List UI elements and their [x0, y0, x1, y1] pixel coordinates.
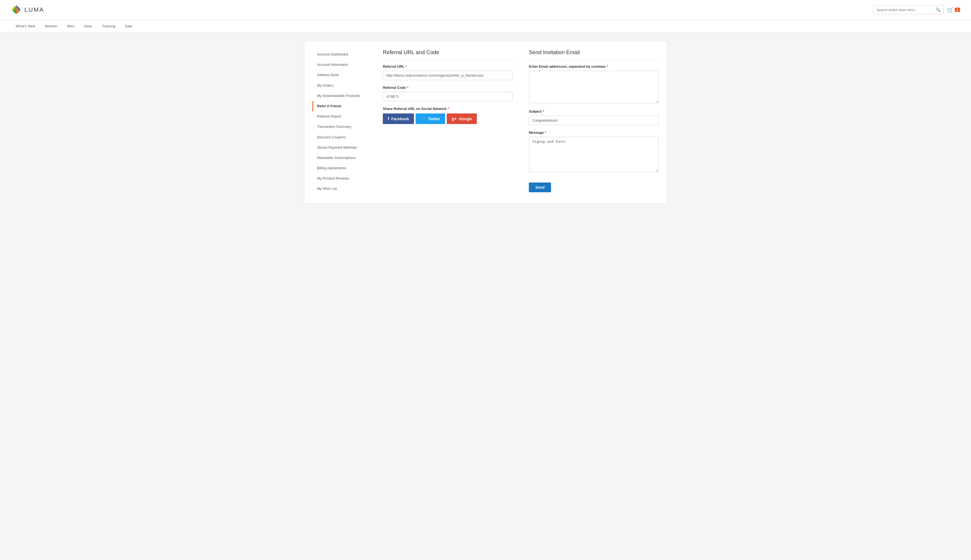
left-panel: Referral URL and Code Referral URL* Refe…	[383, 49, 512, 195]
left-panel-title: Referral URL and Code	[383, 49, 512, 60]
sidebar-item-my-wish-list[interactable]: My Wish List	[312, 183, 372, 194]
search-box: 🔍	[873, 5, 944, 14]
subject-input[interactable]	[529, 116, 659, 125]
nav: What's New Women Men Gear Training Sale	[0, 20, 971, 33]
google-share-button[interactable]: g+ Google	[447, 113, 477, 124]
content-area: Referral URL and Code Referral URL* Refe…	[383, 49, 659, 195]
sidebar-item-stored-payment-methods[interactable]: Stored Payment Methods	[312, 142, 372, 153]
nav-item-whats-new[interactable]: What's New	[11, 20, 40, 32]
email-label: Enter Email addresses, separated by comm…	[529, 65, 659, 68]
header-right: 🔍 🛒 1	[873, 5, 960, 14]
share-social-group: Share Referral URL on Social Network* f …	[383, 107, 512, 124]
facebook-share-button[interactable]: f Facebook	[383, 113, 414, 124]
twitter-label: Twitter	[428, 117, 440, 121]
referral-code-group: Referral Code*	[383, 85, 512, 101]
sidebar-item-my-product-reviews[interactable]: My Product Reviews	[312, 173, 372, 183]
referral-url-input[interactable]	[383, 71, 512, 80]
logo-area: LUMA	[11, 4, 44, 15]
twitter-share-button[interactable]: 🐦 Twitter	[415, 113, 445, 124]
sidebar-item-account-dashboard[interactable]: Account Dashboard	[312, 49, 372, 60]
required-star-6: *	[545, 130, 546, 135]
cart-button[interactable]: 🛒 1	[947, 7, 960, 13]
email-textarea[interactable]	[529, 71, 659, 103]
facebook-label: Facebook	[391, 117, 409, 121]
required-star-4: *	[607, 65, 608, 68]
social-buttons: f Facebook 🐦 Twitter g+ Google	[383, 113, 512, 124]
nav-item-training[interactable]: Training	[97, 20, 120, 32]
main-container: Account Dashboard Account Information Ad…	[304, 41, 667, 203]
sidebar-item-transaction-summary[interactable]: Transaction Summary	[312, 122, 372, 132]
twitter-icon: 🐦	[420, 116, 426, 121]
header: LUMA 🔍 🛒 1	[0, 0, 971, 20]
send-button[interactable]: Send	[529, 183, 551, 192]
cart-badge: 1	[955, 8, 960, 12]
sidebar: Account Dashboard Account Information Ad…	[312, 49, 372, 195]
required-star: *	[405, 65, 407, 68]
sidebar-item-billing-agreements[interactable]: Billing Agreements	[312, 163, 372, 173]
message-label: Message*	[529, 130, 659, 135]
nav-item-sale[interactable]: Sale	[120, 20, 137, 32]
right-panel: Send Invitation Email Enter Email addres…	[529, 49, 659, 195]
google-icon: g+	[452, 117, 457, 121]
sidebar-item-refer-a-friend[interactable]: Refer A Friend	[312, 101, 372, 111]
sidebar-item-discount-coupons[interactable]: Discount Coupons	[312, 132, 372, 142]
subject-group: Subject*	[529, 109, 659, 125]
sidebar-item-referral-report[interactable]: Referral Report	[312, 111, 372, 122]
sidebar-item-address-book[interactable]: Address Book	[312, 70, 372, 80]
message-group: Message*	[529, 130, 659, 173]
referral-code-input[interactable]	[383, 92, 512, 101]
referral-url-label: Referral URL*	[383, 65, 512, 68]
nav-item-women[interactable]: Women	[40, 20, 62, 32]
referral-url-group: Referral URL*	[383, 65, 512, 80]
sidebar-item-newsletter-subscriptions[interactable]: Newsletter Subscriptions	[312, 153, 372, 163]
required-star-3: *	[447, 107, 449, 111]
required-star-5: *	[543, 109, 544, 113]
facebook-icon: f	[388, 117, 389, 121]
sidebar-item-my-orders[interactable]: My Orders	[312, 80, 372, 91]
nav-item-men[interactable]: Men	[62, 20, 79, 32]
right-panel-title: Send Invitation Email	[529, 49, 659, 60]
email-addresses-group: Enter Email addresses, separated by comm…	[529, 65, 659, 104]
luma-logo-icon	[11, 4, 22, 15]
referral-code-label: Referral Code*	[383, 85, 512, 90]
logo-text: LUMA	[24, 6, 44, 13]
search-button[interactable]: 🔍	[933, 5, 943, 14]
share-label: Share Referral URL on Social Network*	[383, 107, 512, 111]
subject-label: Subject*	[529, 109, 659, 113]
google-label: Google	[459, 117, 472, 121]
required-star-2: *	[407, 85, 408, 90]
search-input[interactable]	[873, 6, 933, 14]
message-textarea[interactable]	[529, 137, 659, 172]
sidebar-item-my-downloadable-products[interactable]: My Downloadable Products	[312, 91, 372, 101]
cart-icon: 🛒	[947, 7, 954, 13]
nav-item-gear[interactable]: Gear	[79, 20, 97, 32]
sidebar-item-account-information[interactable]: Account Information	[312, 60, 372, 70]
